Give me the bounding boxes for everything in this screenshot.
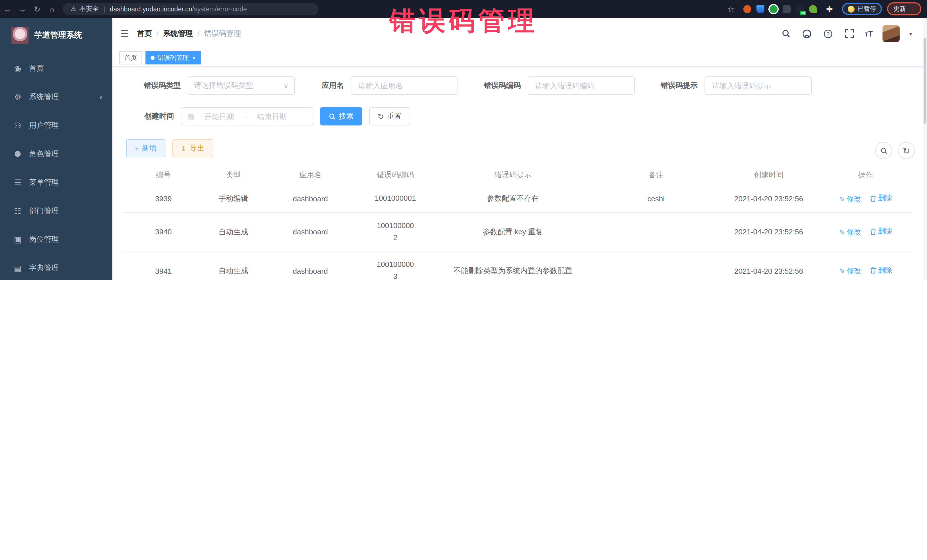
delete-icon — [870, 195, 876, 202]
reload-icon[interactable]: ↻ — [30, 4, 44, 14]
help-icon[interactable]: ? — [822, 28, 834, 39]
col-type: 类型 — [204, 165, 263, 185]
collapse-menu-icon[interactable]: ☰ — [112, 28, 137, 39]
sidebar-item[interactable]: ▣ 岗位管理 — [0, 225, 112, 254]
calendar-icon: ▦ — [187, 112, 194, 121]
reset-button[interactable]: ↻ 重置 — [369, 107, 410, 126]
cell-hint: 参数配置不存在 — [432, 185, 593, 212]
edit-icon: ✎ — [839, 228, 845, 237]
sidebar-item-label: 用户管理 — [29, 120, 59, 131]
breadcrumb-home[interactable]: 首页 — [137, 29, 152, 39]
menu-list-icon: ☰ — [11, 178, 24, 187]
more-menu-icon[interactable]: ⋮ — [909, 6, 915, 12]
add-button[interactable]: + 新增 — [126, 139, 165, 157]
avatar-caret-icon[interactable]: ▾ — [909, 30, 912, 37]
date-range-picker[interactable]: ▦ - — [181, 107, 313, 126]
cell-remark — [593, 252, 719, 280]
tag-item[interactable]: 首页 — [119, 51, 142, 64]
sidebar-item[interactable]: ⚙ 系统管理 ∧ — [0, 83, 112, 111]
refresh-icon: ↻ — [378, 112, 384, 121]
sidebar-item[interactable]: ☰ 菜单管理 — [0, 168, 112, 197]
end-date-input[interactable] — [250, 111, 293, 121]
back-icon[interactable]: ← — [0, 4, 15, 14]
sidebar-item[interactable]: ⚉ 角色管理 — [0, 140, 112, 168]
app-name-label: 应用名 — [311, 80, 351, 91]
extension-icon-blue[interactable] — [757, 5, 764, 13]
scrollbar-track — [923, 18, 927, 280]
font-size-icon[interactable]: ᴛT — [865, 29, 873, 38]
edit-icon: ✎ — [839, 267, 845, 276]
bookmark-star-icon[interactable]: ☆ — [723, 4, 738, 14]
sidebar-item[interactable]: ⚇ 用户管理 — [0, 111, 112, 140]
cell-code: 1001000001 — [358, 185, 432, 212]
edit-link[interactable]: ✎修改 — [839, 194, 861, 204]
cell-app: dashboard — [263, 252, 358, 280]
toggle-search-button[interactable] — [875, 142, 892, 159]
download-icon: ↧ — [181, 144, 187, 153]
address-bar[interactable]: ⚠ 不安全 | dashboard.yudao.iocoder.cn/syste… — [63, 3, 318, 15]
close-icon[interactable]: × — [192, 55, 196, 61]
scrollbar-thumb[interactable] — [924, 38, 926, 124]
top-navbar: ☰ 首页 / 系统管理 / 错误码管理 ? ᴛT ▾ — [112, 18, 927, 50]
cell-hint: 不能删除类型为系统内置的参数配置 — [432, 252, 593, 280]
search-button[interactable]: 搜索 — [320, 107, 362, 126]
update-button[interactable]: 更新⋮ — [887, 2, 921, 15]
sidebar-item-label: 系统管理 — [29, 92, 59, 102]
org-tree-icon: ☷ — [11, 206, 24, 216]
forward-icon[interactable]: → — [15, 4, 30, 14]
delete-link[interactable]: 删除 — [870, 227, 892, 237]
delete-icon — [870, 267, 876, 274]
gear-icon: ⚙ — [11, 93, 24, 102]
table-row: 3941 自动生成 dashboard 100100000 3 不能删除类型为系… — [123, 252, 913, 280]
col-time: 创建时间 — [719, 165, 819, 185]
extension-icon-grid[interactable] — [783, 5, 791, 13]
cell-hint: 参数配置 key 重复 — [432, 212, 593, 252]
home-icon[interactable]: ⌂ — [44, 4, 59, 14]
tags-view: 首页 错误码管理 × — [112, 50, 927, 67]
delete-link[interactable]: 删除 — [870, 266, 892, 275]
chevron-down-icon: ∨ — [283, 81, 289, 90]
paused-badge[interactable]: 已暂停 — [842, 3, 882, 15]
extension-icon-orange[interactable] — [743, 5, 751, 13]
error-code-input[interactable] — [534, 81, 629, 90]
app-title: 芋道管理系统 — [34, 30, 82, 41]
filter-form: 错误码类型 请选择错误码类型 ∨ 应用名 错误码编码 错误码提示 创建时间 ▦ — [112, 66, 927, 126]
error-code-table: 编号 类型 应用名 错误码编码 错误码提示 备注 创建时间 操作 3939 手动… — [123, 165, 913, 280]
export-button[interactable]: ↧ 导出 — [172, 139, 213, 157]
col-hint: 错误码提示 — [432, 165, 593, 185]
search-icon[interactable] — [780, 28, 792, 39]
cell-type: 手动编辑 — [204, 185, 263, 212]
extensions-puzzle-icon[interactable]: ✚ — [822, 4, 837, 14]
extension-icon-key[interactable] — [809, 5, 817, 13]
sidebar-item[interactable]: ◉ 首页 — [0, 54, 112, 83]
refresh-table-button[interactable]: ↻ — [898, 142, 915, 159]
fullscreen-icon[interactable] — [843, 28, 855, 39]
cell-time: 2021-04-20 23:52:56 — [719, 185, 819, 212]
extension-on-badge: on — [800, 11, 806, 15]
breadcrumb-system[interactable]: 系统管理 — [163, 29, 193, 39]
start-date-input[interactable] — [198, 111, 241, 121]
app-name-input[interactable] — [357, 81, 452, 90]
emoji-face-icon — [848, 5, 854, 12]
edit-link[interactable]: ✎修改 — [839, 267, 861, 276]
sidebar-item[interactable]: ☷ 部门管理 — [0, 197, 112, 225]
github-icon[interactable] — [801, 28, 813, 39]
url-path: /system/error-code — [192, 5, 247, 12]
tag-item[interactable]: 错误码管理 × — [146, 51, 201, 64]
app-logo[interactable]: 芋道管理系统 — [0, 18, 112, 52]
error-hint-input[interactable] — [711, 81, 805, 90]
delete-link[interactable]: 删除 — [870, 193, 892, 203]
edit-link[interactable]: ✎修改 — [839, 228, 861, 237]
svg-text:?: ? — [827, 31, 830, 37]
cell-id: 3941 — [123, 252, 204, 280]
main-content: 错误码类型 请选择错误码类型 ∨ 应用名 错误码编码 错误码提示 创建时间 ▦ — [112, 66, 927, 280]
search-icon — [328, 112, 336, 120]
error-type-select[interactable]: 请选择错误码类型 ∨ — [188, 76, 295, 95]
col-code: 错误码编码 — [358, 165, 432, 185]
sidebar-item[interactable]: ▤ 字典管理 — [0, 254, 112, 280]
plus-icon: + — [135, 144, 139, 153]
extension-icon-dark[interactable]: on — [796, 5, 804, 13]
sidebar-item-label: 首页 — [29, 63, 44, 74]
user-avatar[interactable] — [883, 25, 900, 42]
extension-icon-green-v[interactable] — [769, 5, 778, 13]
